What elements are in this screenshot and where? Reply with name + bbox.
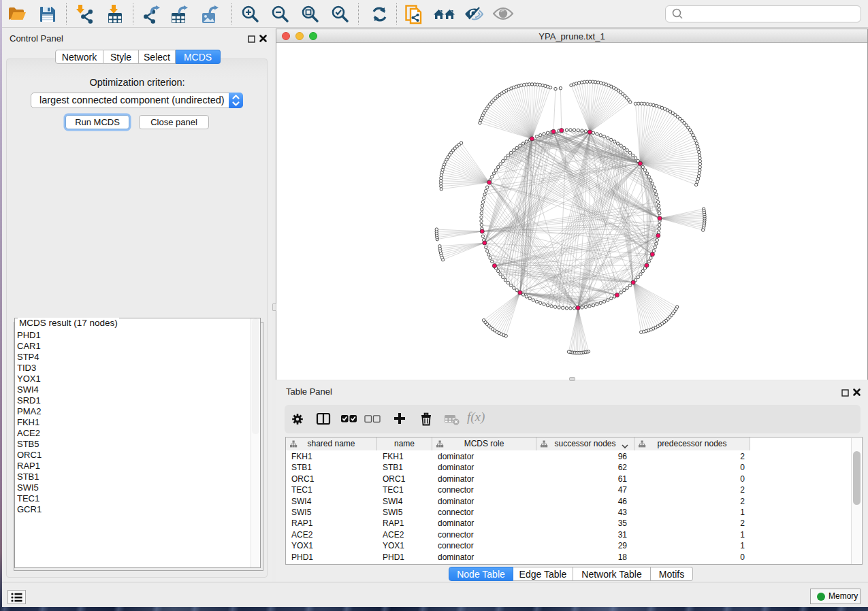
svg-text:f(x): f(x): [467, 410, 485, 425]
